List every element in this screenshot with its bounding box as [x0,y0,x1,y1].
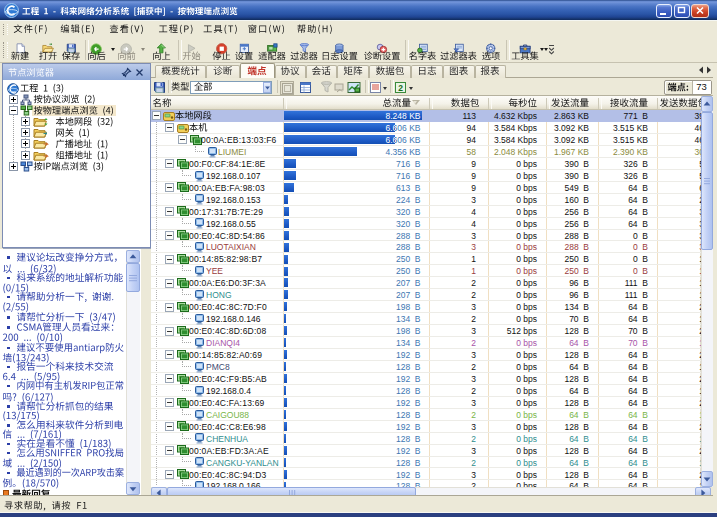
svg-text:2: 2 [398,82,403,92]
